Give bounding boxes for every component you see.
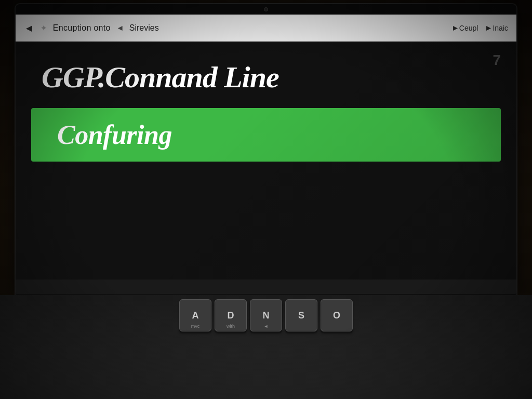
nav-right-item-2[interactable]: ▸ Inaic xyxy=(486,23,508,33)
highlight-banner: Confuring xyxy=(31,108,501,162)
key-a[interactable]: A mvc xyxy=(179,299,211,331)
screen-bezel: ◄ ✦ Encuption onto ◂ Sirevies ▸ Ceupl ▸ … xyxy=(16,4,516,295)
key-n-sub: ◄ xyxy=(264,324,269,329)
laptop-frame: ◄ ✦ Encuption onto ◂ Sirevies ▸ Ceupl ▸ … xyxy=(0,0,532,399)
navigation-bar: ◄ ✦ Encuption onto ◂ Sirevies ▸ Ceupl ▸ … xyxy=(16,15,516,42)
nav-right-label-1: Ceupl xyxy=(459,24,478,32)
key-d[interactable]: D with xyxy=(215,299,247,331)
key-s[interactable]: S xyxy=(285,299,317,331)
webcam-dot xyxy=(264,7,268,11)
key-a-sub: mvc xyxy=(191,324,200,329)
key-n[interactable]: N ◄ xyxy=(250,299,282,331)
page-number: 7 xyxy=(493,52,501,69)
highlight-text: Confuring xyxy=(57,120,172,150)
nav-subtitle: Sirevies xyxy=(129,23,159,33)
touch-bar xyxy=(16,280,516,294)
nav-right-label-2: Inaic xyxy=(493,24,508,32)
main-heading: GGP.Connand Line xyxy=(16,42,516,103)
nav-right-item-1[interactable]: ▸ Ceupl xyxy=(453,23,478,33)
key-o[interactable]: O xyxy=(321,299,353,331)
nav-separator: ◂ xyxy=(118,23,122,33)
nav-right-arrow-2: ▸ xyxy=(486,23,490,33)
nav-title: Encuption onto xyxy=(53,23,111,33)
screen-content: ◄ ✦ Encuption onto ◂ Sirevies ▸ Ceupl ▸ … xyxy=(16,15,516,295)
key-d-sub: with xyxy=(227,324,235,329)
keyboard-area: A mvc D with N ◄ S O xyxy=(0,295,532,399)
nav-right-arrow-1: ▸ xyxy=(453,23,457,33)
main-content-area: 7 GGP.Connand Line Confuring xyxy=(16,42,516,295)
back-button[interactable]: ◄ xyxy=(24,23,34,33)
keyboard-row-main: A mvc D with N ◄ S O xyxy=(0,295,532,331)
nav-right-section: ▸ Ceupl ▸ Inaic xyxy=(453,23,508,33)
nav-icon: ✦ xyxy=(41,24,47,32)
